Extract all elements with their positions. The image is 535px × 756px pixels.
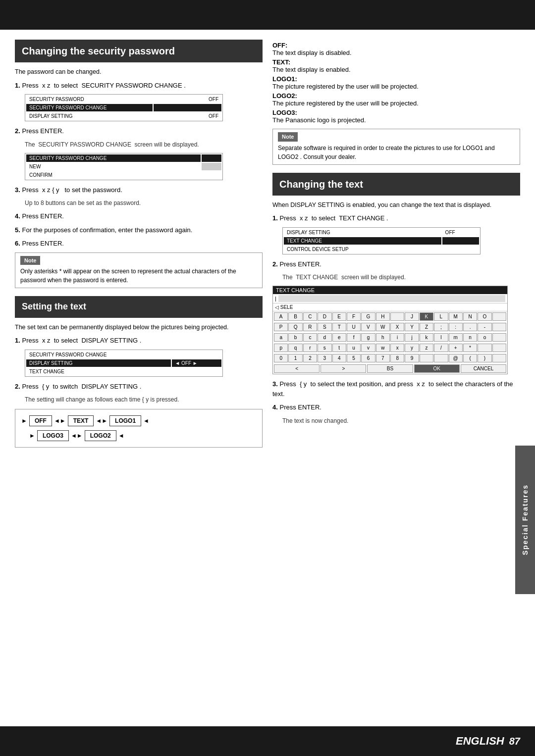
key-Y[interactable]: Y: [405, 323, 419, 331]
key-F[interactable]: F: [347, 312, 361, 321]
key-T[interactable]: T: [332, 323, 346, 331]
key-extra4[interactable]: [478, 344, 491, 352]
key-d[interactable]: d: [318, 333, 331, 342]
key-W[interactable]: W: [376, 323, 390, 331]
key-y[interactable]: y: [405, 344, 419, 352]
key-dot[interactable]: .: [463, 323, 477, 331]
key-S[interactable]: S: [318, 323, 331, 331]
key-4[interactable]: 4: [332, 354, 346, 362]
key-dash[interactable]: -: [478, 323, 491, 331]
menu-value: OFF: [442, 229, 479, 236]
note-box-right: Note Separate software is required in or…: [272, 129, 520, 165]
key-Q[interactable]: Q: [288, 323, 302, 331]
key-p[interactable]: p: [274, 344, 288, 352]
key-K[interactable]: K: [420, 312, 433, 321]
key-1[interactable]: 1: [288, 354, 302, 362]
key-bs[interactable]: BS: [367, 364, 413, 373]
key-colon[interactable]: :: [449, 323, 463, 331]
key-at[interactable]: @: [449, 354, 463, 362]
key-u[interactable]: u: [347, 344, 361, 352]
key-r[interactable]: r: [303, 344, 317, 352]
keyboard-row-3[interactable]: a b c d e f g h i j k l m n o: [273, 332, 507, 343]
key-g[interactable]: g: [361, 333, 375, 342]
key-space1[interactable]: [420, 354, 433, 362]
menu-value: [154, 104, 221, 111]
key-V[interactable]: V: [361, 323, 375, 331]
note-box-security: Note Only asterisks * will appear on the…: [15, 252, 263, 289]
key-n[interactable]: n: [463, 333, 477, 342]
step-3-label: 3. Press x z { y to set the password.: [15, 186, 122, 194]
key-M[interactable]: M: [449, 312, 463, 321]
keyboard-row-4[interactable]: p q r s t u v w x y z / + *: [273, 343, 507, 353]
key-extra3[interactable]: [492, 333, 506, 342]
key-o[interactable]: o: [478, 333, 491, 342]
key-cancel[interactable]: CANCEL: [461, 364, 506, 373]
key-i[interactable]: i: [390, 333, 404, 342]
key-extra5[interactable]: [492, 344, 506, 352]
key-B[interactable]: B: [288, 312, 302, 321]
key-R[interactable]: R: [303, 323, 317, 331]
key-C[interactable]: C: [303, 312, 317, 321]
key-semi[interactable]: ;: [434, 323, 448, 331]
key-A[interactable]: A: [274, 312, 288, 321]
key-X[interactable]: X: [390, 323, 404, 331]
key-left-arrow[interactable]: <: [274, 364, 320, 373]
key-N[interactable]: N: [463, 312, 477, 321]
key-D[interactable]: D: [318, 312, 331, 321]
key-j[interactable]: j: [405, 333, 419, 342]
key-Z[interactable]: Z: [420, 323, 433, 331]
key-k[interactable]: k: [420, 333, 433, 342]
keyboard-row-2[interactable]: P Q R S T U V W X Y Z ; : . -: [273, 322, 507, 332]
key-w[interactable]: w: [376, 344, 390, 352]
key-right-arrow[interactable]: >: [321, 364, 366, 373]
key-z[interactable]: z: [420, 344, 433, 352]
key-e[interactable]: e: [332, 333, 346, 342]
key-star[interactable]: *: [463, 344, 477, 352]
section-security-password-title: Changing the security password: [15, 40, 263, 62]
key-q[interactable]: q: [288, 344, 302, 352]
key-5[interactable]: 5: [347, 354, 361, 362]
keyboard-row-5[interactable]: 0 1 2 3 4 5 6 7 8 9 @ ( ): [273, 353, 507, 363]
key-open[interactable]: (: [463, 354, 477, 362]
key-8[interactable]: 8: [390, 354, 404, 362]
key-t[interactable]: t: [332, 344, 346, 352]
key-extra1[interactable]: [492, 312, 506, 321]
key-a[interactable]: a: [274, 333, 288, 342]
key-2[interactable]: 2: [303, 354, 317, 362]
key-extra2[interactable]: [492, 323, 506, 331]
key-close[interactable]: ): [478, 354, 491, 362]
key-plus[interactable]: +: [449, 344, 463, 352]
key-slash[interactable]: /: [434, 344, 448, 352]
key-3[interactable]: 3: [318, 354, 331, 362]
key-0[interactable]: 0: [274, 354, 288, 362]
menu-row-highlighted: DISPLAY SETTING ◄ OFF ►: [26, 359, 221, 367]
key-f[interactable]: f: [347, 333, 361, 342]
key-9[interactable]: 9: [405, 354, 419, 362]
step-2: 2. Press ENTER.: [15, 126, 263, 136]
key-I[interactable]: [390, 312, 404, 321]
key-l[interactable]: l: [434, 333, 448, 342]
key-P[interactable]: P: [274, 323, 288, 331]
keyboard-row-1[interactable]: A B C D E F G H J K L M N O: [273, 311, 507, 322]
key-J[interactable]: J: [405, 312, 419, 321]
key-space2[interactable]: [434, 354, 448, 362]
key-L[interactable]: L: [434, 312, 448, 321]
key-c[interactable]: c: [303, 333, 317, 342]
key-U[interactable]: U: [347, 323, 361, 331]
key-h[interactable]: h: [376, 333, 390, 342]
key-v[interactable]: v: [361, 344, 375, 352]
key-7[interactable]: 7: [376, 354, 390, 362]
key-x[interactable]: x: [390, 344, 404, 352]
key-ok[interactable]: OK: [414, 364, 460, 373]
key-s[interactable]: s: [318, 344, 331, 352]
key-space3[interactable]: [492, 354, 506, 362]
keyboard-action-row[interactable]: < > BS OK CANCEL: [273, 363, 507, 374]
key-b[interactable]: b: [288, 333, 302, 342]
key-E[interactable]: E: [332, 312, 346, 321]
key-H[interactable]: H: [376, 312, 390, 321]
key-6[interactable]: 6: [361, 354, 375, 362]
key-O[interactable]: O: [478, 312, 491, 321]
flow-arrow-6: ◄►: [71, 432, 83, 439]
key-m[interactable]: m: [449, 333, 463, 342]
key-G[interactable]: G: [361, 312, 375, 321]
